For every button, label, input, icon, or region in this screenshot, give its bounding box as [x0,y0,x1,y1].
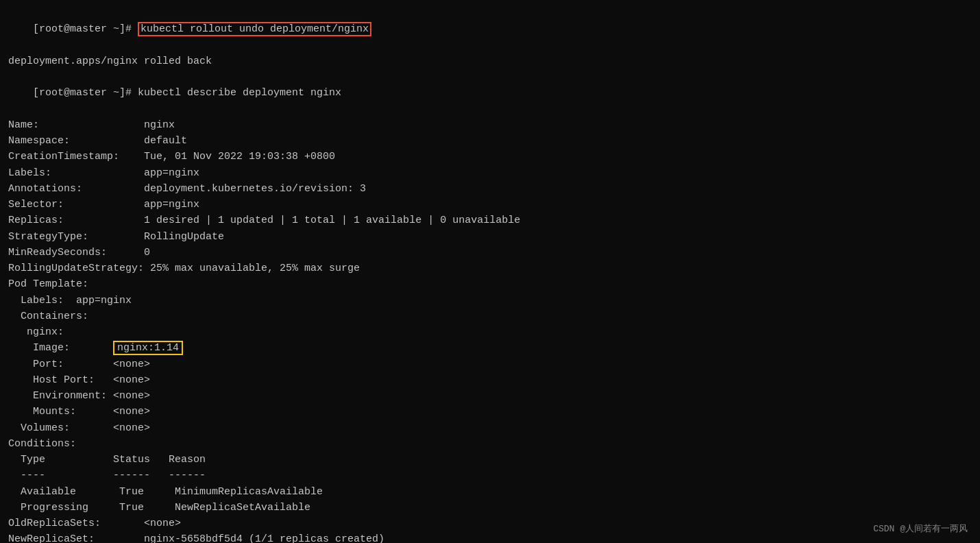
annotations-line: Annotations: deployment.kubernetes.io/re… [8,181,972,197]
rollingstrategy-key: RollingUpdateStrategy: [8,263,150,274]
prompt-1: [root@master ~]# [33,23,138,35]
rollout-undo-cmd: kubectl rollout undo deployment/nginx [138,22,371,36]
available-line: Available True MinimumReplicasAvailable [8,484,972,500]
namespace-key: Namespace: [8,135,144,147]
podtemplate-line: Pod Template: [8,276,972,292]
oldreplicasets-line: OldReplicaSets: <none> [8,516,972,531]
terminal-window: [root@master ~]# kubectl rollout undo de… [0,0,980,543]
rollingstrategy-value: 25% max unavailable, 25% max surge [150,263,360,274]
selector-key: Selector: [8,199,144,210]
annotations-key: Annotations: [8,183,144,195]
replicas-key: Replicas: [8,215,144,226]
conditions-header-line: Conditions: [8,436,972,452]
newreplicaset-value: nginx-5658bdf5d4 (1/1 replicas created) [144,533,384,543]
conditions-sep-line: ---- ------ ------ [8,468,972,483]
labels-value: app=nginx [144,167,199,179]
minready-value: 0 [144,247,150,258]
rollback-output: deployment.apps/nginx rolled back [8,53,972,69]
creation-line: CreationTimestamp: Tue, 01 Nov 2022 19:0… [8,149,972,165]
name-key: Name: [8,119,144,131]
replicas-value: 1 desired | 1 updated | 1 total | 1 avai… [144,215,520,226]
prompt-2: [root@master ~]# [33,87,138,99]
creation-value: Tue, 01 Nov 2022 19:03:38 +0800 [144,151,335,162]
nginx-container-line: nginx: [8,324,972,340]
oldreplicasets-key: OldReplicaSets: [8,518,144,529]
name-line: Name: nginx [8,117,972,133]
selector-value: app=nginx [144,199,199,210]
updated-text: updated [230,215,273,226]
command-line-2: [root@master ~]# kubectl describe deploy… [8,69,972,117]
oldreplicasets-value: <none> [144,518,181,529]
namespace-value: default [144,135,187,147]
image-line: Image: nginx:1.14 [8,340,972,356]
replicas-line: Replicas: 1 desired | 1 updated | 1 tota… [8,213,972,228]
selector-line: Selector: app=nginx [8,197,972,213]
rollingstrategy-line: RollingUpdateStrategy: 25% max unavailab… [8,261,972,276]
volumes-line: Volumes: <none> [8,420,972,436]
labels-line: Labels: app=nginx [8,165,972,181]
annotations-value: deployment.kubernetes.io/revision: 3 [144,183,366,195]
describe-cmd: kubectl describe deployment nginx [138,87,341,99]
podmeta-labels-line: Labels: app=nginx [8,293,972,309]
strategytype-line: StrategyType: RollingUpdate [8,229,972,245]
strategytype-key: StrategyType: [8,231,144,243]
conditions-cols-line: Type Status Reason [8,452,972,468]
strategytype-value: RollingUpdate [144,231,224,243]
minready-key: MinReadySeconds: [8,247,144,258]
progressing-line: Progressing True NewReplicaSetAvailable [8,500,972,516]
hostport-line: Host Port: <none> [8,372,972,388]
environment-line: Environment: <none> [8,388,972,404]
port-line: Port: <none> [8,357,972,372]
containers-header-line: Containers: [8,309,972,324]
watermark: CSDN @人间若有一两风 [873,522,968,535]
creation-key: CreationTimestamp: [8,151,144,162]
command-line-1: [root@master ~]# kubectl rollout undo de… [8,5,972,53]
namespace-line: Namespace: default [8,133,972,149]
image-value: nginx:1.14 [113,341,183,355]
name-value: nginx [144,119,175,131]
newreplicaset-line: NewReplicaSet: nginx-5658bdf5d4 (1/1 rep… [8,531,972,543]
minready-line: MinReadySeconds: 0 [8,245,972,261]
newreplicaset-key: NewReplicaSet: [8,533,144,543]
mounts-line: Mounts: <none> [8,404,972,420]
labels-key: Labels: [8,167,144,179]
